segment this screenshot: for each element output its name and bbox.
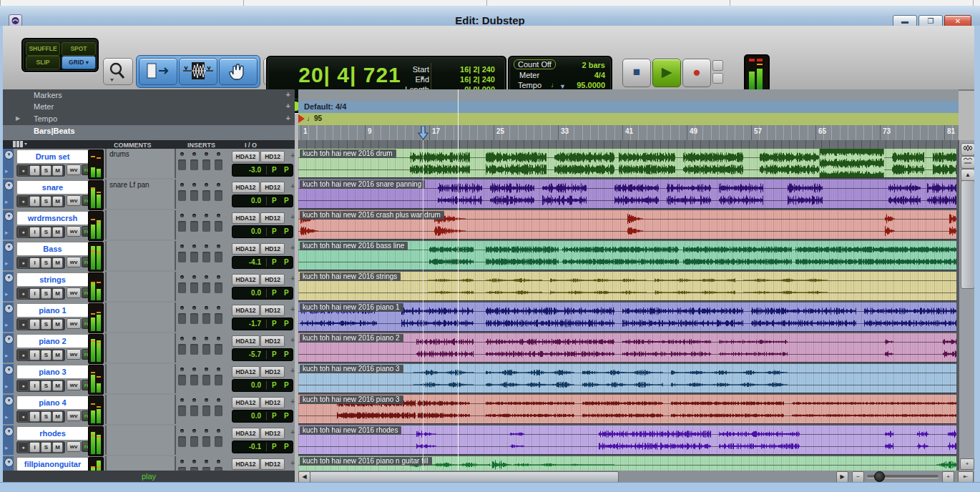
playlist-arrow-icon[interactable]: ▸ xyxy=(5,260,9,267)
insert-slot[interactable] xyxy=(215,190,222,201)
insert-slot[interactable] xyxy=(215,313,222,324)
io-output-a-button[interactable]: HDA12 xyxy=(232,182,260,193)
insert-dot[interactable] xyxy=(205,245,208,248)
insert-dot[interactable] xyxy=(205,152,208,156)
rec-button[interactable]: ● xyxy=(18,319,29,330)
insert-slot[interactable] xyxy=(190,405,198,416)
play-button[interactable]: ▶ xyxy=(652,59,681,87)
track-minimize-icon[interactable]: ▾ xyxy=(4,335,14,344)
input-button[interactable]: I xyxy=(29,165,40,176)
vertical-scrollbar[interactable]: ▲ xyxy=(959,140,975,471)
track-comment[interactable] xyxy=(105,241,176,270)
mute-button[interactable]: M xyxy=(52,319,63,330)
io-plus-icon[interactable]: + xyxy=(290,367,295,375)
scroll-to-edit-button[interactable]: ⇤ xyxy=(958,471,974,483)
track-minimize-icon[interactable]: ▾ xyxy=(4,212,14,221)
insert-dot[interactable] xyxy=(192,460,196,463)
insert-slot[interactable] xyxy=(215,252,222,262)
count-off-value[interactable]: 2 bars xyxy=(582,61,605,69)
ruler-label-markers[interactable]: Markers+ xyxy=(3,89,295,102)
waveform-view-button[interactable]: wv xyxy=(67,349,81,360)
track-minimize-icon[interactable]: ▾ xyxy=(4,242,14,252)
rec-button[interactable]: ● xyxy=(18,288,29,299)
zoom-preset-button-2[interactable] xyxy=(961,156,975,169)
playlist-arrow-icon[interactable]: ▸ xyxy=(5,444,9,451)
io-output-b-button[interactable]: HD12 xyxy=(260,182,285,193)
track-volume-readout[interactable]: 0.0PP xyxy=(232,379,293,392)
track-comment[interactable] xyxy=(105,210,176,240)
insert-dot[interactable] xyxy=(192,275,196,279)
insert-slot[interactable] xyxy=(202,436,210,447)
waveform-view-button[interactable]: wv xyxy=(67,318,81,329)
meter-value[interactable]: 4/4 xyxy=(594,71,605,79)
track-minimize-icon[interactable]: ▾ xyxy=(4,458,14,467)
horizontal-scrollbar[interactable]: ◀ ▶ − + ⇤ xyxy=(298,471,974,482)
track-name[interactable]: fillpianonguitar xyxy=(16,457,89,471)
insert-slot[interactable] xyxy=(202,375,210,385)
audio-clip[interactable]: kuch toh hai new 2016 piano 2 xyxy=(298,333,956,363)
audio-clip[interactable]: kuch toh hai new 2016 drum xyxy=(298,149,956,178)
input-button[interactable]: I xyxy=(29,350,40,360)
waveform-view-button[interactable]: wv xyxy=(67,287,81,298)
insert-dot[interactable] xyxy=(205,275,208,279)
input-button[interactable]: I xyxy=(29,380,40,391)
insert-slot[interactable] xyxy=(190,282,198,293)
insert-slot[interactable] xyxy=(178,282,186,293)
track-volume-readout[interactable]: -1.7PP xyxy=(232,318,293,330)
insert-slot[interactable] xyxy=(202,221,210,232)
track-name[interactable]: Drum set xyxy=(16,149,89,164)
playlist-arrow-icon[interactable]: ▸ xyxy=(5,198,9,205)
insert-slot[interactable] xyxy=(190,190,198,201)
waveform-view-button[interactable]: wv xyxy=(67,410,81,421)
insert-dot[interactable] xyxy=(180,460,184,463)
io-plus-icon[interactable]: + xyxy=(290,336,295,344)
add-meter-button[interactable]: + xyxy=(286,102,290,110)
solo-button[interactable]: S xyxy=(41,165,52,176)
mute-button[interactable]: M xyxy=(52,288,63,299)
insert-slot[interactable] xyxy=(215,344,222,355)
insert-dot[interactable] xyxy=(192,214,196,217)
clip-name-label[interactable]: kuch toh hai new 2016 piano 3 xyxy=(300,365,403,373)
insert-slot[interactable] xyxy=(215,221,222,232)
input-button[interactable]: I xyxy=(29,319,40,330)
zoom-preset-button-1[interactable] xyxy=(961,143,975,156)
io-plus-icon[interactable]: + xyxy=(290,152,295,159)
ruler-label-meter[interactable]: Meter+ xyxy=(3,101,295,114)
solo-button[interactable]: S xyxy=(41,319,52,330)
insert-slot[interactable] xyxy=(178,221,186,232)
io-output-a-button[interactable]: HDA12 xyxy=(232,274,260,285)
insert-dot[interactable] xyxy=(217,429,220,433)
insert-dot[interactable] xyxy=(192,183,196,187)
clips-area[interactable]: kuch toh hai new 2016 drumkuch toh hai n… xyxy=(298,149,959,471)
insert-dot[interactable] xyxy=(205,460,208,463)
io-output-a-button[interactable]: HDA12 xyxy=(232,458,260,470)
grabber-tool-button[interactable] xyxy=(219,58,258,85)
insert-dot[interactable] xyxy=(217,183,220,187)
track-volume-readout[interactable]: 0.0PP xyxy=(232,195,293,207)
clip-name-label[interactable]: kuch toh hai new 2016 bass line xyxy=(300,242,408,250)
record-button[interactable]: ● xyxy=(682,59,711,87)
track-volume-readout[interactable]: 0.0PP xyxy=(232,287,293,300)
insert-slot[interactable] xyxy=(178,313,186,324)
tempo-note-icon[interactable]: ♩ xyxy=(551,81,558,89)
rec-button[interactable]: ● xyxy=(18,380,29,391)
mute-button[interactable]: M xyxy=(52,350,63,360)
insert-slot[interactable] xyxy=(190,221,198,232)
track-minimize-icon[interactable]: ▾ xyxy=(4,396,14,405)
insert-dot[interactable] xyxy=(217,337,220,340)
insert-dot[interactable] xyxy=(192,368,196,371)
rec-button[interactable]: ● xyxy=(18,196,29,207)
insert-slot[interactable] xyxy=(190,436,198,447)
playback-marker-arrow[interactable] xyxy=(417,126,429,143)
solo-button[interactable]: S xyxy=(41,227,52,237)
clip-name-label[interactable]: kuch toh hai new 2016 piano n guitar fil… xyxy=(300,457,432,466)
title-bar[interactable]: Edit: Dubstep ▬ ❐ ✕ xyxy=(0,6,980,26)
io-output-b-button[interactable]: HD12 xyxy=(260,274,285,285)
insert-dot[interactable] xyxy=(217,214,220,217)
playlist-arrow-icon[interactable]: ▸ xyxy=(5,167,9,174)
io-plus-icon[interactable]: + xyxy=(290,182,295,190)
insert-slot[interactable] xyxy=(178,375,186,385)
solo-button[interactable]: S xyxy=(41,411,52,422)
input-button[interactable]: I xyxy=(29,411,40,422)
solo-button[interactable]: S xyxy=(41,442,52,453)
